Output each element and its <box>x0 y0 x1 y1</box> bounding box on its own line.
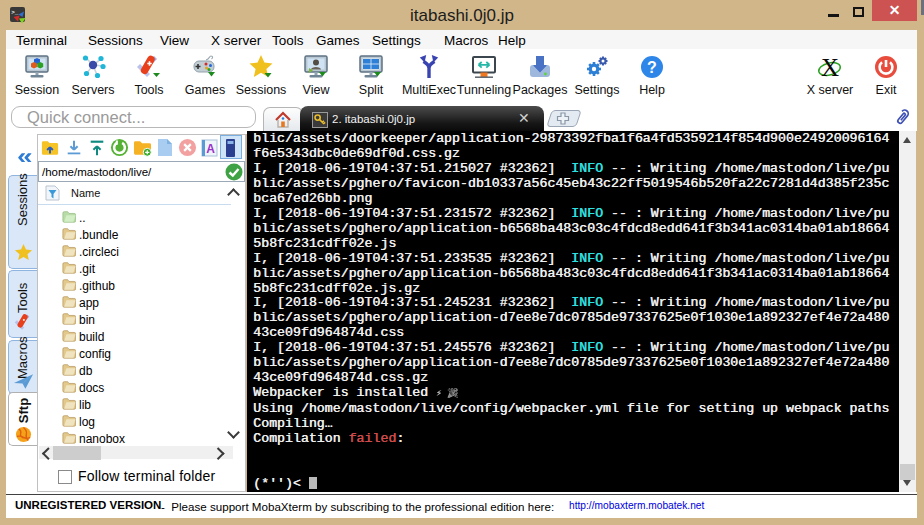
svg-text:A: A <box>206 142 215 156</box>
svg-text:X: X <box>821 54 839 80</box>
svg-text:?: ? <box>647 59 657 76</box>
